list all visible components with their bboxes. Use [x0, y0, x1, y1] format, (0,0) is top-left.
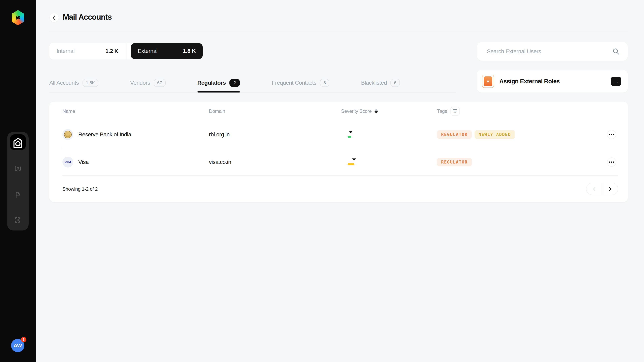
severity-bar — [348, 163, 354, 165]
row-actions-button[interactable] — [607, 157, 616, 167]
arrow-right-button[interactable]: → — [611, 77, 621, 86]
table-row-reserve-bank-of-india[interactable]: Reserve Bank of India rbi.org.in REGULAT… — [49, 121, 628, 148]
sidebar-nav — [7, 132, 28, 231]
table-footer: Showing 1-2 of 2 — [49, 176, 628, 202]
tag-regulator: REGULATOR — [437, 158, 472, 166]
next-page-button[interactable] — [602, 183, 618, 195]
org-avatar-visa: VISA — [62, 157, 73, 168]
contact-card-icon — [14, 164, 22, 173]
account-name: Visa — [78, 159, 89, 165]
tab-regulators[interactable]: Regulators 2 — [198, 79, 240, 92]
mail-accounts-page: AW 3 Mail Accounts Internal 1.2 K Extern… — [0, 0, 644, 362]
sidebar: AW 3 — [0, 0, 36, 362]
column-header-name: Name — [62, 108, 209, 114]
gear-icon — [14, 216, 22, 224]
table-row-visa[interactable]: VISA Visa visa.co.in REGULATOR — [49, 148, 628, 176]
flag-icon — [14, 190, 22, 199]
sidebar-item-flags[interactable] — [7, 189, 28, 201]
tab-label: Vendors — [130, 80, 150, 86]
tab-count-badge: 8 — [320, 79, 329, 87]
tab-label: Regulators — [198, 80, 226, 86]
tab-label: All Accounts — [49, 80, 79, 86]
tab-blacklisted[interactable]: Blacklisted 6 — [361, 79, 400, 92]
visa-wordmark: VISA — [64, 160, 71, 164]
accounts-table: Name Domain Severity Score Tags — [49, 102, 628, 202]
scope-external-count: 1.8 K — [183, 48, 196, 54]
search-box — [477, 42, 628, 61]
sidebar-item-settings[interactable] — [7, 214, 28, 226]
chevron-left-icon — [592, 186, 596, 192]
previous-page-button[interactable] — [586, 183, 602, 195]
account-name: Reserve Bank of India — [78, 131, 131, 138]
brand-logo-glyph — [14, 14, 22, 22]
tab-vendors[interactable]: Vendors 67 — [130, 79, 166, 92]
scope-toggle: Internal 1.2 K External 1.8 K — [49, 43, 204, 59]
chevron-left-icon — [52, 15, 56, 20]
scope-internal-label: Internal — [56, 48, 74, 54]
assign-card-label: Assign External Roles — [499, 78, 560, 85]
sidebar-item-accounts-active[interactable] — [10, 134, 26, 150]
brand-logo[interactable] — [11, 10, 25, 25]
scope-internal[interactable]: Internal 1.2 K — [49, 43, 126, 59]
scope-internal-count: 1.2 K — [106, 48, 118, 54]
column-header-tags: Tags — [437, 107, 607, 116]
tab-label: Blacklisted — [361, 80, 387, 86]
severity-marker — [352, 158, 356, 161]
tab-label: Frequent Contacts — [272, 80, 316, 86]
scope-external-label: External — [138, 48, 158, 54]
column-header-severity: Severity Score — [341, 108, 437, 114]
severity-marker — [349, 131, 352, 133]
star-icon: ★ — [484, 76, 492, 86]
pagination-summary: Showing 1-2 of 2 — [62, 186, 98, 192]
tab-count-badge: 1.8K — [82, 79, 98, 87]
tab-count-badge: 6 — [390, 79, 400, 87]
camera-icon — [10, 134, 26, 150]
header-divider — [49, 31, 628, 32]
back-button[interactable] — [50, 13, 58, 22]
search-input[interactable] — [487, 48, 612, 55]
account-filter-tabs: All Accounts 1.8K Vendors 67 Regulators … — [49, 79, 456, 92]
sort-toggle-icon[interactable] — [374, 109, 378, 113]
chevron-right-icon — [608, 186, 612, 192]
tags-filter-button[interactable] — [450, 107, 460, 116]
search-icon[interactable] — [612, 48, 620, 55]
table-header-row: Name Domain Severity Score Tags — [49, 102, 628, 121]
account-domain: rbi.org.in — [209, 131, 230, 138]
page-title: Mail Accounts — [63, 13, 112, 21]
severity-indicator — [341, 158, 369, 167]
tab-all-accounts[interactable]: All Accounts 1.8K — [49, 79, 98, 92]
user-avatar[interactable]: AW 3 — [11, 339, 24, 352]
tab-count-badge: 67 — [154, 79, 166, 87]
notification-badge: 3 — [21, 337, 26, 342]
row-actions-button[interactable] — [607, 130, 616, 139]
severity-bar — [348, 136, 351, 138]
severity-indicator — [341, 130, 369, 139]
account-domain: visa.co.in — [209, 159, 231, 165]
scope-external[interactable]: External 1.8 K — [131, 43, 203, 59]
sidebar-item-contacts[interactable] — [7, 162, 28, 175]
tab-frequent-contacts[interactable]: Frequent Contacts 8 — [272, 79, 329, 92]
filter-icon — [453, 109, 457, 110]
tab-count-badge: 2 — [230, 79, 240, 87]
role-card-icon: ★ — [482, 75, 494, 88]
rbi-seal-icon — [64, 131, 72, 138]
org-avatar-rbi — [62, 129, 73, 140]
tag-regulator: REGULATOR — [437, 130, 472, 139]
column-header-domain: Domain — [209, 108, 341, 114]
tag-newly-added: NEWLY ADDED — [474, 130, 515, 139]
pagination-control — [586, 183, 618, 195]
assign-external-roles-card[interactable]: ★ Assign External Roles → — [477, 70, 628, 92]
